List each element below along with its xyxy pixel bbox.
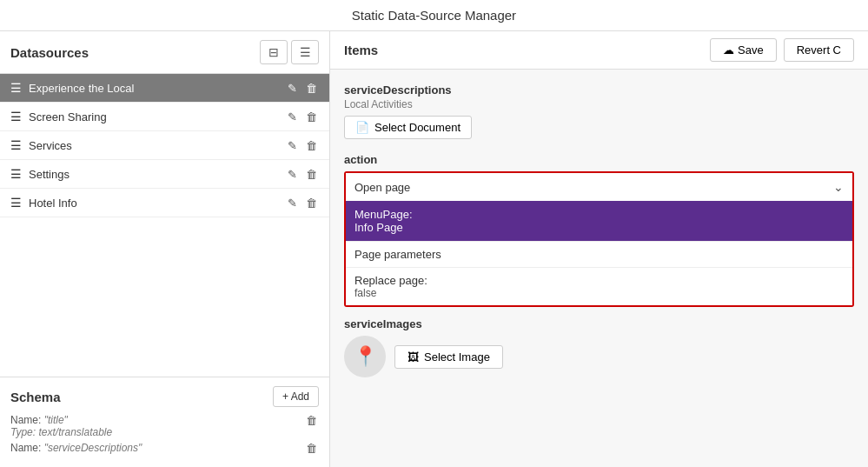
schema-title: Schema bbox=[10, 390, 61, 404]
location-icon: 📍 bbox=[344, 336, 386, 377]
revert-button[interactable]: Revert C bbox=[784, 38, 854, 62]
app-title-bar: Static Data-Source Manager bbox=[0, 0, 868, 31]
action-label: action bbox=[344, 153, 854, 166]
schema-item-type: Type: text/translatable bbox=[10, 426, 112, 438]
datasource-item[interactable]: ☰ Settings ✎ 🗑 bbox=[0, 160, 329, 189]
delete-btn[interactable]: 🗑 bbox=[304, 197, 319, 210]
datasources-title: Datasources bbox=[10, 45, 89, 60]
selected-line2: Info Page bbox=[354, 221, 844, 234]
add-schema-btn[interactable]: + Add bbox=[273, 386, 319, 407]
layers-icon: ☰ bbox=[300, 45, 311, 59]
layers-btn[interactable]: ☰ bbox=[291, 40, 319, 64]
schema-section: Schema + Add Name: "title" Type: text/tr… bbox=[0, 377, 329, 467]
dropdown-options: Page parameters Replace page: false bbox=[346, 241, 852, 305]
select-document-button[interactable]: 📄 Select Document bbox=[344, 116, 472, 139]
service-images-section: serviceImages 📍 🖼 Select Image bbox=[344, 317, 854, 377]
delete-btn[interactable]: 🗑 bbox=[304, 110, 319, 123]
edit-btn[interactable]: ✎ bbox=[286, 139, 299, 152]
edit-btn[interactable]: ✎ bbox=[286, 110, 299, 123]
items-content: serviceDescriptions Local Activities 📄 S… bbox=[330, 70, 868, 467]
service-images-label: serviceImages bbox=[344, 317, 854, 330]
edit-btn[interactable]: ✎ bbox=[286, 197, 299, 210]
datasource-item[interactable]: ☰ Hotel Info ✎ 🗑 bbox=[0, 189, 329, 217]
document-icon: 📄 bbox=[355, 121, 369, 134]
database-icon: ☰ bbox=[10, 81, 22, 95]
dropdown-selected-item[interactable]: MenuPage: Info Page bbox=[346, 201, 852, 241]
replace-page-row: Replace page: false bbox=[346, 267, 852, 305]
schema-item-name: Name: "serviceDescriptions" bbox=[10, 442, 142, 454]
sidebar-header: Datasources ⊟ ☰ bbox=[0, 31, 329, 74]
service-descriptions-sublabel: Local Activities bbox=[344, 98, 854, 110]
delete-schema-btn[interactable]: 🗑 bbox=[304, 442, 319, 455]
folder-icon: ⊟ bbox=[268, 45, 279, 59]
edit-btn[interactable]: ✎ bbox=[286, 82, 299, 95]
delete-schema-btn[interactable]: 🗑 bbox=[304, 414, 319, 427]
delete-btn[interactable]: 🗑 bbox=[304, 82, 319, 95]
dropdown-value: Open page bbox=[354, 181, 410, 194]
sidebar: Datasources ⊟ ☰ ☰ Experience the Local ✎… bbox=[0, 31, 330, 467]
database-icon: ☰ bbox=[10, 196, 22, 210]
replace-page-label: Replace page: bbox=[354, 274, 844, 287]
items-title: Items bbox=[344, 43, 378, 57]
chevron-down-icon: ⌄ bbox=[833, 180, 844, 194]
action-section: action Open page ⌄ MenuPage: Info Page P… bbox=[344, 153, 854, 307]
select-image-button[interactable]: 🖼 Select Image bbox=[394, 345, 503, 369]
datasource-item[interactable]: ☰ Services ✎ 🗑 bbox=[0, 131, 329, 160]
database-icon: ☰ bbox=[10, 167, 22, 181]
schema-item: Name: "serviceDescriptions" 🗑 bbox=[10, 442, 319, 455]
action-dropdown: Open page ⌄ MenuPage: Info Page Page par… bbox=[344, 171, 854, 307]
schema-item-name: Name: "title" bbox=[10, 414, 112, 426]
save-button[interactable]: ☁ Save bbox=[710, 38, 777, 62]
right-header: Items ☁ Save Revert C bbox=[330, 31, 868, 70]
app-title: Static Data-Source Manager bbox=[352, 8, 516, 23]
dropdown-header[interactable]: Open page ⌄ bbox=[346, 173, 852, 201]
schema-item: Name: "title" Type: text/translatable 🗑 bbox=[10, 414, 319, 438]
folder-btn[interactable]: ⊟ bbox=[260, 40, 288, 64]
location-marker-icon: 📍 bbox=[354, 345, 377, 368]
delete-btn[interactable]: 🗑 bbox=[304, 168, 319, 181]
database-icon: ☰ bbox=[10, 110, 22, 123]
edit-btn[interactable]: ✎ bbox=[286, 168, 299, 181]
page-params-label: Page parameters bbox=[354, 248, 441, 261]
page-params-row: Page parameters bbox=[346, 241, 852, 267]
service-descriptions-section: serviceDescriptions Local Activities 📄 S… bbox=[344, 83, 854, 139]
delete-btn[interactable]: 🗑 bbox=[304, 139, 319, 152]
selected-line1: MenuPage: bbox=[354, 208, 844, 221]
datasource-item[interactable]: ☰ Screen Sharing ✎ 🗑 bbox=[0, 103, 329, 131]
right-content: Items ☁ Save Revert C serviceDescription… bbox=[330, 31, 868, 467]
datasource-item[interactable]: ☰ Experience the Local ✎ 🗑 bbox=[0, 74, 329, 103]
database-icon: ☰ bbox=[10, 138, 22, 152]
replace-page-value: false bbox=[354, 287, 844, 299]
save-icon: ☁ bbox=[723, 43, 734, 57]
service-descriptions-label: serviceDescriptions bbox=[344, 83, 854, 97]
datasource-list: ☰ Experience the Local ✎ 🗑 ☰ Screen Shar… bbox=[0, 74, 329, 377]
image-icon: 🖼 bbox=[407, 350, 419, 364]
sidebar-header-buttons: ⊟ ☰ bbox=[260, 40, 319, 64]
